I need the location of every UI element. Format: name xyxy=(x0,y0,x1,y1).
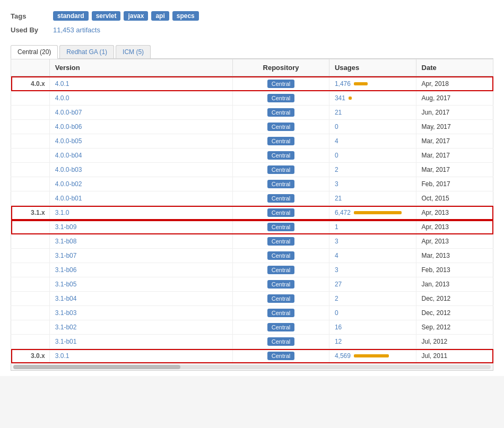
repo-badge[interactable]: Central xyxy=(267,180,294,188)
repo-cell: Central xyxy=(233,277,329,292)
usage-link[interactable]: 1,476 xyxy=(335,80,351,88)
repo-badge[interactable]: Central xyxy=(267,352,294,360)
tab-0[interactable]: Central (20) xyxy=(11,45,58,59)
usage-link[interactable]: 4 xyxy=(335,252,338,259)
usage-link[interactable]: 0 xyxy=(335,152,338,159)
tab-1[interactable]: Redhat GA (1) xyxy=(59,45,114,58)
scrollbar-thumb[interactable] xyxy=(13,365,180,369)
scrollbar-container[interactable] xyxy=(11,363,493,371)
usage-link[interactable]: 1 xyxy=(335,223,338,231)
usage-link[interactable]: 2 xyxy=(335,295,338,302)
usage-link[interactable]: 4,569 xyxy=(335,352,351,360)
repo-badge[interactable]: Central xyxy=(267,237,294,246)
version-link[interactable]: 4.0.0-b03 xyxy=(55,166,82,173)
date-cell: Apr, 2013 xyxy=(416,220,493,234)
repo-badge[interactable]: Central xyxy=(267,223,294,231)
date-cell: Jan, 2013 xyxy=(416,277,493,292)
repo-badge[interactable]: Central xyxy=(267,309,294,317)
version-cell: 4.0.0-b01 xyxy=(49,191,232,206)
usage-link[interactable]: 12 xyxy=(335,338,342,345)
usages-cell: 27 xyxy=(329,277,416,292)
version-link[interactable]: 3.1-b06 xyxy=(55,266,77,274)
usages-cell: 16 xyxy=(329,320,416,335)
repo-cell: Central xyxy=(233,149,329,163)
version-link[interactable]: 4.0.0-b01 xyxy=(55,195,82,202)
version-link[interactable]: 4.0.0-b02 xyxy=(55,180,82,188)
group-label-cell xyxy=(11,249,50,263)
usage-link[interactable]: 4 xyxy=(335,137,338,145)
repo-badge[interactable]: Central xyxy=(267,208,294,217)
usage-link[interactable]: 3 xyxy=(335,266,338,274)
version-link[interactable]: 3.1-b07 xyxy=(55,252,77,259)
usages-cell: 3 xyxy=(329,263,416,277)
usage-link[interactable]: 21 xyxy=(335,109,342,116)
version-link[interactable]: 3.1-b05 xyxy=(55,281,77,288)
th-usages: Usages xyxy=(329,59,416,77)
version-link[interactable]: 3.1-b01 xyxy=(55,338,77,345)
version-link[interactable]: 3.1-b09 xyxy=(55,223,77,231)
table-row: 4.0.0-b02Central3Feb, 2017 xyxy=(11,177,493,191)
usage-container: 0 xyxy=(335,309,411,317)
repo-badge[interactable]: Central xyxy=(267,294,294,303)
date-cell: Feb, 2017 xyxy=(416,177,493,191)
repo-badge[interactable]: Central xyxy=(267,323,294,331)
th-date: Date xyxy=(416,59,493,77)
version-link[interactable]: 4.0.1 xyxy=(55,80,69,88)
date-cell: Mar, 2017 xyxy=(416,163,493,177)
repo-badge[interactable]: Central xyxy=(267,123,294,131)
version-link[interactable]: 3.1-b04 xyxy=(55,295,77,302)
usage-link[interactable]: 16 xyxy=(335,324,342,331)
usage-link[interactable]: 3 xyxy=(335,180,338,188)
usage-container: 27 xyxy=(335,281,411,288)
repo-badge[interactable]: Central xyxy=(267,165,294,174)
version-link[interactable]: 4.0.0-b05 xyxy=(55,137,82,145)
usages-cell: 1 xyxy=(329,220,416,234)
version-cell: 3.1-b06 xyxy=(49,263,232,277)
repo-cell: Central xyxy=(233,335,329,349)
repo-badge[interactable]: Central xyxy=(267,337,294,346)
version-link[interactable]: 4.0.0 xyxy=(55,94,69,102)
usages-cell: 21 xyxy=(329,106,416,120)
usedby-link[interactable]: 11,453 artifacts xyxy=(53,26,100,34)
version-link[interactable]: 4.0.0-b04 xyxy=(55,152,82,159)
version-cell: 3.1-b09 xyxy=(49,220,232,234)
usage-link[interactable]: 27 xyxy=(335,281,342,288)
usage-container: 1,476 xyxy=(335,80,411,88)
repo-badge[interactable]: Central xyxy=(267,151,294,160)
repo-badge[interactable]: Central xyxy=(267,80,294,88)
repo-badge[interactable]: Central xyxy=(267,251,294,260)
table-row: 4.0.0Central341Aug, 2017 xyxy=(11,91,493,106)
version-link[interactable]: 4.0.0-b07 xyxy=(55,109,82,116)
repo-cell: Central xyxy=(233,306,329,320)
usages-cell: 341 xyxy=(329,91,416,106)
version-link[interactable]: 3.1.0 xyxy=(55,209,69,216)
version-link[interactable]: 3.1-b02 xyxy=(55,324,77,331)
usage-link[interactable]: 6,472 xyxy=(335,209,351,216)
version-link[interactable]: 3.1-b08 xyxy=(55,238,77,245)
version-link[interactable]: 3.1-b03 xyxy=(55,309,77,317)
usage-link[interactable]: 3 xyxy=(335,238,338,245)
tab-2[interactable]: ICM (5) xyxy=(116,45,151,58)
date-cell: Sep, 2012 xyxy=(416,320,493,335)
usage-link[interactable]: 0 xyxy=(335,309,338,317)
date-cell: Apr, 2013 xyxy=(416,206,493,220)
th-group xyxy=(11,59,50,77)
usage-link[interactable]: 341 xyxy=(335,94,345,102)
repo-badge[interactable]: Central xyxy=(267,108,294,117)
usage-bar xyxy=(354,82,368,85)
repo-badge[interactable]: Central xyxy=(267,94,294,102)
usage-link[interactable]: 21 xyxy=(335,195,342,202)
version-link[interactable]: 4.0.0-b06 xyxy=(55,123,82,130)
table-row: 3.1-b04Central2Dec, 2012 xyxy=(11,292,493,306)
usage-container: 16 xyxy=(335,324,411,331)
repo-badge[interactable]: Central xyxy=(267,194,294,203)
repo-badge[interactable]: Central xyxy=(267,266,294,274)
repo-badge[interactable]: Central xyxy=(267,280,294,289)
repo-badge[interactable]: Central xyxy=(267,137,294,145)
scrollbar-track[interactable] xyxy=(13,365,491,369)
usages-cell: 3 xyxy=(329,234,416,249)
usage-link[interactable]: 0 xyxy=(335,123,338,130)
usage-link[interactable]: 2 xyxy=(335,166,338,173)
version-link[interactable]: 3.0.1 xyxy=(55,352,69,360)
group-label-cell xyxy=(11,306,50,320)
